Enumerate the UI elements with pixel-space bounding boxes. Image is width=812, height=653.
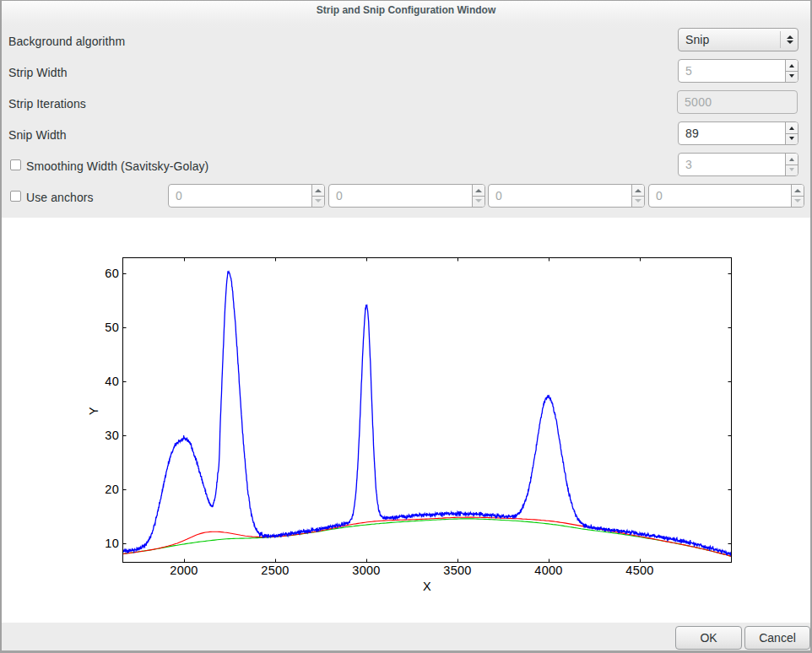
svg-text:2500: 2500 (261, 564, 289, 577)
svg-text:3500: 3500 (443, 564, 471, 577)
svg-text:Y: Y (87, 407, 100, 415)
svg-text:2000: 2000 (170, 564, 198, 577)
svg-text:60: 60 (105, 267, 119, 280)
svg-text:10: 10 (105, 537, 119, 550)
svg-text:X: X (423, 580, 431, 593)
svg-text:4500: 4500 (625, 564, 653, 577)
svg-text:50: 50 (105, 321, 119, 334)
svg-text:20: 20 (105, 483, 119, 496)
svg-text:40: 40 (105, 375, 119, 388)
svg-text:30: 30 (105, 429, 119, 442)
svg-text:3000: 3000 (352, 564, 380, 577)
svg-text:4000: 4000 (534, 564, 562, 577)
